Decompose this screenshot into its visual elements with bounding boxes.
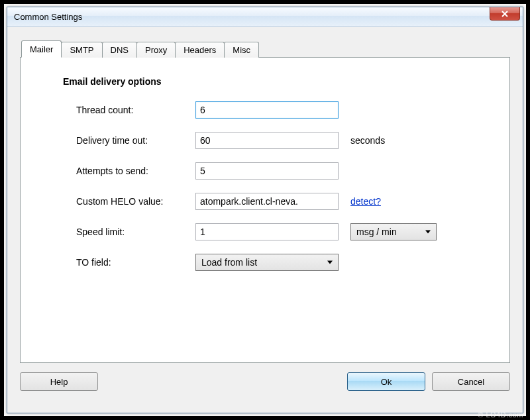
row-custom-helo: Custom HELO value: detect? <box>63 193 483 210</box>
ok-button[interactable]: Ok <box>347 372 425 391</box>
input-attempts[interactable] <box>195 162 339 180</box>
link-detect[interactable]: detect? <box>350 196 381 207</box>
suffix-seconds: seconds <box>350 135 385 146</box>
label-to-field: TO field: <box>63 257 195 268</box>
titlebar[interactable]: Common Settings <box>7 7 523 27</box>
select-speed-unit[interactable]: msg / min <box>350 223 437 240</box>
input-thread-count[interactable] <box>195 101 339 119</box>
tab-mailer[interactable]: Mailer <box>21 40 62 58</box>
tab-misc[interactable]: Misc <box>224 42 259 58</box>
input-speed-limit[interactable] <box>195 223 339 240</box>
tab-panel: Email delivery options Thread count: Del… <box>20 57 510 363</box>
row-delivery-timeout: Delivery time out: seconds <box>63 132 483 149</box>
window-title: Common Settings <box>14 12 82 22</box>
button-bar: Help Ok Cancel <box>20 372 510 391</box>
label-attempts: Attempts to send: <box>63 166 195 176</box>
tab-strip: Mailer SMTP DNS Proxy Headers Misc <box>21 40 510 57</box>
chevron-down-icon <box>425 231 431 234</box>
client-area: Mailer SMTP DNS Proxy Headers Misc Email… <box>8 28 522 412</box>
label-thread-count: Thread count: <box>63 105 195 115</box>
row-attempts: Attempts to send: <box>63 162 483 180</box>
tab-dns[interactable]: DNS <box>102 42 137 58</box>
tab-smtp[interactable]: SMTP <box>61 42 102 58</box>
select-speed-unit-value: msg / min <box>356 227 397 237</box>
label-delivery-timeout: Delivery time out: <box>63 135 195 146</box>
select-to-field-value: Load from list <box>201 257 257 268</box>
row-thread-count: Thread count: <box>63 101 483 119</box>
tab-proxy[interactable]: Proxy <box>136 42 176 58</box>
select-to-field[interactable]: Load from list <box>195 254 339 271</box>
help-button[interactable]: Help <box>20 372 98 391</box>
dialog-window: Common Settings Mailer SMTP DNS Proxy He… <box>7 7 523 413</box>
label-custom-helo: Custom HELO value: <box>63 196 195 207</box>
cancel-button[interactable]: Cancel <box>432 372 510 391</box>
input-delivery-timeout[interactable] <box>195 132 339 149</box>
label-speed-limit: Speed limit: <box>63 227 195 237</box>
close-button[interactable] <box>490 7 520 21</box>
row-speed-limit: Speed limit: msg / min <box>63 223 483 240</box>
row-to-field: TO field: Load from list <box>63 254 483 271</box>
close-icon <box>501 11 509 17</box>
section-title: Email delivery options <box>63 76 483 87</box>
chevron-down-icon <box>327 261 333 264</box>
watermark: © LO4D.com <box>478 411 525 419</box>
tab-headers[interactable]: Headers <box>175 42 225 58</box>
input-custom-helo[interactable] <box>195 193 339 210</box>
